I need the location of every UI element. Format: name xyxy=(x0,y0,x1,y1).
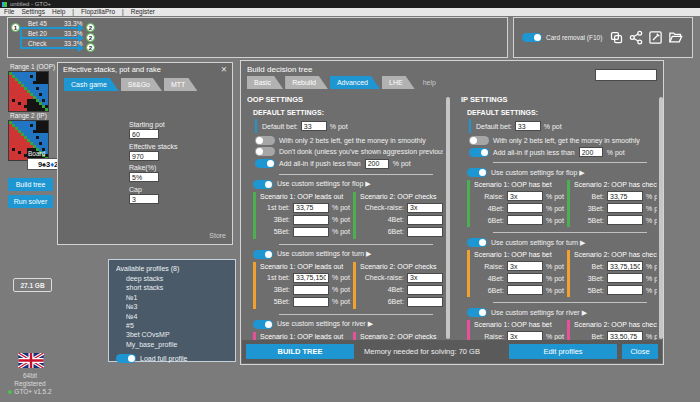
tab-basic[interactable]: Basic xyxy=(247,76,283,89)
window-titlebar: untitled - GTO+ xyxy=(0,0,700,8)
tree-child-node[interactable]: 2 xyxy=(86,23,95,32)
cap-input[interactable] xyxy=(129,194,159,204)
bet-size-input[interactable] xyxy=(293,285,329,295)
ip-river-custom-toggle[interactable] xyxy=(467,308,487,317)
bet-size-input[interactable] xyxy=(293,215,329,225)
bet-size-input[interactable] xyxy=(407,203,443,213)
ip-scrollbar[interactable] xyxy=(659,97,663,339)
tree-name-input[interactable] xyxy=(595,69,657,81)
bet-size-input[interactable] xyxy=(507,191,543,201)
bet-size-input[interactable] xyxy=(407,273,443,283)
profile-item[interactable]: short stacks xyxy=(126,284,235,291)
tab-mtt[interactable]: MTT xyxy=(164,78,197,91)
help-link[interactable]: help xyxy=(423,79,436,86)
profile-item[interactable]: #5 xyxy=(126,322,235,329)
menu-help[interactable]: Help xyxy=(52,8,65,16)
range1-grid[interactable] xyxy=(8,71,49,112)
dont-donk-toggle[interactable] xyxy=(255,147,275,156)
tab-sitgo[interactable]: Sit&Go xyxy=(121,78,162,91)
menubar: File Settings Help | FlopzillaPro | Regi… xyxy=(0,8,700,16)
memory-button[interactable]: 27.1 GB xyxy=(13,278,52,292)
oop-flop-scenario1: Scenario 1: OOP leads out 1st bet:% pot … xyxy=(253,192,343,239)
divider xyxy=(279,174,433,175)
bet-size-input[interactable] xyxy=(507,273,543,283)
bet-size-input[interactable] xyxy=(407,227,443,237)
stacks-window: Effective stacks, pot and rake ✕ Cash ga… xyxy=(57,62,233,245)
bet-size-input[interactable] xyxy=(293,273,329,283)
card-removal-toggle[interactable] xyxy=(522,33,542,42)
ip-turn-custom-toggle[interactable] xyxy=(467,238,487,247)
profile-item[interactable]: №4 xyxy=(126,313,235,320)
bet-size-input[interactable] xyxy=(607,261,643,271)
ip-turn-scenario1: Scenario 1: OOP has bet Raise:% pot 4Bet… xyxy=(467,250,557,297)
store-link[interactable]: Store xyxy=(209,232,226,239)
bet-size-input[interactable] xyxy=(293,227,329,237)
profile-item[interactable]: 3bet COvsMP xyxy=(126,331,235,338)
bet-size-input[interactable] xyxy=(507,203,543,213)
ip-river-scenario1: Scenario 1: OOP has bet Raise:% pot 4Bet… xyxy=(467,320,557,341)
menu-flopzillapro[interactable]: FlopzillaPro xyxy=(81,8,115,16)
add-allin-toggle[interactable] xyxy=(255,159,275,168)
profile-item[interactable]: My_base_profile xyxy=(126,341,235,348)
copy-icon[interactable] xyxy=(609,30,624,45)
profiles-window: Available profiles (8) deep stacks short… xyxy=(108,259,236,362)
tree-arrowhead xyxy=(78,44,84,52)
oop-turn-custom-toggle[interactable] xyxy=(253,250,273,259)
allin-threshold-input[interactable] xyxy=(365,159,389,169)
oop-river-custom-toggle[interactable] xyxy=(253,320,273,329)
default-bet-input[interactable] xyxy=(301,121,327,131)
profile-item[interactable]: №1 xyxy=(126,294,235,301)
profile-item[interactable]: deep stacks xyxy=(126,275,235,282)
menu-file[interactable]: File xyxy=(4,8,14,16)
menu-register[interactable]: Register xyxy=(131,8,155,16)
allin-threshold-input[interactable] xyxy=(579,147,603,157)
stacks-window-title: Effective stacks, pot and rake xyxy=(63,65,161,74)
oop-flop-scenario2: Scenario 2: OOP checks Check-raise:% pot… xyxy=(353,192,443,239)
default-bet-input[interactable] xyxy=(515,121,541,131)
tree-root-node[interactable]: 1 xyxy=(11,23,20,32)
money-in-smoothly-toggle[interactable] xyxy=(469,136,489,145)
bet-size-input[interactable] xyxy=(607,203,643,213)
tab-advanced[interactable]: Advanced xyxy=(330,76,380,89)
run-solver-button[interactable]: Run solver xyxy=(8,195,53,208)
tree-share-icon[interactable] xyxy=(628,30,644,45)
effective-stacks-input[interactable] xyxy=(129,151,159,161)
bet-size-input[interactable] xyxy=(407,215,443,225)
oop-scrollbar[interactable] xyxy=(446,97,450,339)
bet-size-input[interactable] xyxy=(607,273,643,283)
bet-size-input[interactable] xyxy=(407,297,443,307)
close-icon[interactable]: ✕ xyxy=(221,65,227,74)
tab-cash-game[interactable]: Cash game xyxy=(64,78,119,91)
oop-flop-custom-toggle[interactable] xyxy=(253,180,273,189)
ip-flop-custom-toggle[interactable] xyxy=(467,168,487,177)
bet-size-input[interactable] xyxy=(607,215,643,225)
bet-size-input[interactable] xyxy=(293,203,329,213)
tab-lhe[interactable]: LHE xyxy=(382,76,415,89)
bet-size-input[interactable] xyxy=(607,285,643,295)
edit-icon[interactable] xyxy=(648,30,663,45)
bet-size-input[interactable] xyxy=(407,285,443,295)
folder-icon[interactable] xyxy=(667,30,684,45)
starting-pot-input[interactable] xyxy=(129,129,159,139)
build-tree-button[interactable]: Build tree xyxy=(8,178,53,191)
rake-input[interactable] xyxy=(129,172,159,182)
build-tree-submit-button[interactable]: BUILD TREE xyxy=(246,344,354,359)
card-removal-panel: Card removal (F10) xyxy=(513,17,693,58)
close-button[interactable]: Close xyxy=(622,344,658,359)
tree-child-node[interactable]: 2 xyxy=(86,33,95,42)
tab-rebuild[interactable]: Rebuild xyxy=(285,76,328,89)
money-in-smoothly-toggle[interactable] xyxy=(255,136,275,145)
oop-turn-scenario2: Scenario 2: OOP checks Check-raise:% pot… xyxy=(353,262,443,309)
edit-profiles-button[interactable]: Edit profiles xyxy=(509,344,617,359)
bet-size-input[interactable] xyxy=(293,297,329,307)
load-full-profile-toggle[interactable] xyxy=(116,354,136,363)
bet-size-input[interactable] xyxy=(507,285,543,295)
menu-settings[interactable]: Settings xyxy=(21,8,45,16)
add-allin-toggle[interactable] xyxy=(469,148,489,157)
ip-default-settings-header: DEFAULT SETTINGS: xyxy=(467,109,657,116)
tree-child-node[interactable]: 2 xyxy=(86,43,95,52)
bet-size-input[interactable] xyxy=(507,215,543,225)
profile-item[interactable]: №3 xyxy=(126,303,235,310)
bet-size-input[interactable] xyxy=(507,261,543,271)
bet-size-input[interactable] xyxy=(607,191,643,201)
